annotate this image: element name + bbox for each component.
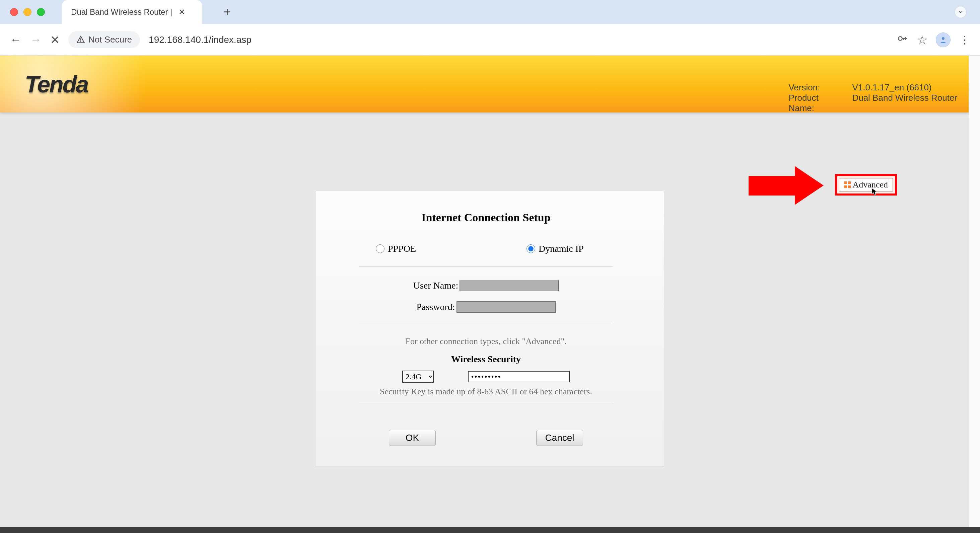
forward-button[interactable]: → <box>30 33 41 46</box>
browser-tab-title: Dual Band Wireless Router | <box>71 7 172 17</box>
annotation-arrow <box>749 166 824 206</box>
version-value: V1.0.1.17_en (6610) <box>852 82 931 93</box>
vertical-scrollbar[interactable] <box>969 56 980 527</box>
version-label: Version: <box>788 82 845 93</box>
maximize-window-button[interactable] <box>37 8 45 16</box>
close-tab-icon[interactable]: ✕ <box>178 8 186 16</box>
divider <box>359 323 613 323</box>
new-tab-button[interactable]: + <box>224 5 231 19</box>
advanced-button[interactable]: Advanced <box>839 178 893 192</box>
not-secure-label: Not Secure <box>88 35 132 45</box>
username-input[interactable] <box>460 280 558 291</box>
bookmark-star-icon[interactable]: ☆ <box>917 33 927 46</box>
stop-button[interactable]: ✕ <box>50 33 60 46</box>
bottom-border <box>0 527 980 533</box>
advanced-highlight: Advanced <box>835 174 897 195</box>
pppoe-radio[interactable] <box>376 244 385 253</box>
security-key-input[interactable] <box>468 371 570 382</box>
setup-card: Internet Connection Setup PPPOE Dynamic … <box>316 191 664 466</box>
product-name-label: Product Name: <box>788 93 845 114</box>
advanced-label: Advanced <box>853 180 888 190</box>
person-icon <box>939 36 947 44</box>
divider <box>359 266 613 267</box>
product-name-value: Dual Band Wireless Router <box>852 93 957 114</box>
wireless-security-title: Wireless Security <box>336 354 636 365</box>
url-address[interactable]: 192.168.140.1/index.asp <box>149 35 251 45</box>
connection-type-radio-group: PPPOE Dynamic IP <box>336 243 636 254</box>
tabs-dropdown-button[interactable] <box>955 6 967 18</box>
cursor-icon <box>871 187 878 198</box>
minimize-window-button[interactable] <box>24 8 32 16</box>
dynamic-ip-label: Dynamic IP <box>539 243 584 254</box>
browser-tab[interactable]: Dual Band Wireless Router | ✕ <box>62 0 202 24</box>
annotation-red-box: Advanced <box>835 174 897 195</box>
warning-icon <box>76 35 85 44</box>
ok-button[interactable]: OK <box>389 430 436 446</box>
security-chip[interactable]: Not Secure <box>68 31 140 48</box>
not-secure-indicator: Not Secure <box>76 35 132 45</box>
svg-point-0 <box>898 36 902 40</box>
banner-header: Tenda Version: V1.0.1.17_en (6610) Produ… <box>0 56 969 113</box>
button-row: OK Cancel <box>336 430 636 446</box>
back-button[interactable]: ← <box>10 33 21 46</box>
browser-toolbar: ← → ✕ Not Secure 192.168.140.1/index.asp… <box>0 24 980 56</box>
close-window-button[interactable] <box>10 8 18 16</box>
banner-info: Version: V1.0.1.17_en (6610) Product Nam… <box>788 82 957 114</box>
pppoe-label: PPPOE <box>388 243 416 254</box>
profile-button[interactable] <box>936 32 951 47</box>
card-title: Internet Connection Setup <box>336 211 636 224</box>
page-body: Tenda Version: V1.0.1.17_en (6610) Produ… <box>0 56 980 533</box>
password-key-icon[interactable] <box>897 33 908 47</box>
dynamic-ip-radio[interactable] <box>527 244 535 253</box>
key-hint: Security Key is made up of 8-63 ASCII or… <box>336 387 636 397</box>
password-label: Password: <box>416 301 455 313</box>
svg-point-1 <box>942 37 945 40</box>
cancel-button[interactable]: Cancel <box>536 430 583 446</box>
window-titlebar: Dual Band Wireless Router | ✕ + <box>0 0 980 24</box>
pppoe-option[interactable]: PPPOE <box>376 243 416 254</box>
connection-hint: For other connection types, click "Advan… <box>336 336 636 346</box>
password-input[interactable] <box>457 301 556 313</box>
password-row: Password: <box>336 301 636 313</box>
browser-menu-button[interactable]: ⋮ <box>959 33 970 46</box>
username-row: User Name: <box>336 280 636 291</box>
dynamic-ip-option[interactable]: Dynamic IP <box>527 243 584 254</box>
divider <box>359 403 613 403</box>
chevron-down-icon <box>958 9 964 15</box>
username-label: User Name: <box>413 280 458 291</box>
band-select[interactable]: 2.4G <box>402 371 434 382</box>
tenda-logo: Tenda <box>25 71 88 98</box>
advanced-icon <box>844 181 851 188</box>
window-controls <box>10 8 45 16</box>
wireless-security-row: 2.4G <box>336 371 636 382</box>
